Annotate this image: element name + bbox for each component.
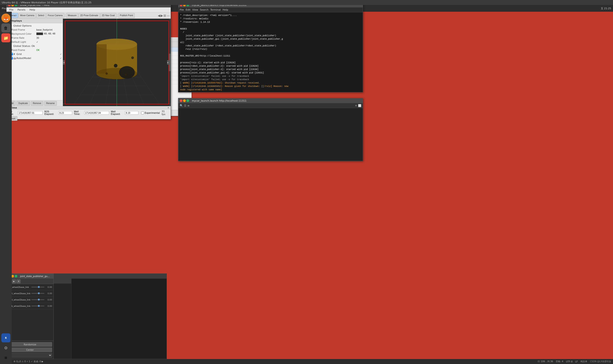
bg-color-value: 48; 48; 48 — [36, 32, 62, 35]
firefox-icon[interactable]: 🦊 — [1, 13, 10, 23]
term-menu-search[interactable]: Search — [200, 8, 208, 11]
default-light-value: ✓ — [36, 41, 62, 43]
ros-time-input[interactable] — [18, 111, 43, 115]
viewport-3d[interactable]: ◀ ▶ — [63, 19, 171, 106]
term2-list2-icon[interactable]: ≡ — [187, 104, 190, 107]
rviz-dock-icon[interactable]: R — [1, 333, 10, 342]
robot-svg — [87, 31, 146, 85]
jp-max-btn[interactable] — [15, 275, 17, 277]
term2-max-icon[interactable]: ⬜ — [358, 104, 361, 107]
svg-rect-18 — [96, 44, 107, 73]
term-menu-terminal[interactable]: Terminal — [210, 8, 221, 11]
global-status-label: Global Status: Ok — [13, 45, 62, 48]
global-options-label: Global Options — [13, 24, 62, 27]
trash-icon[interactable]: 🗑 — [1, 24, 10, 32]
statusbar-line-ending: LF — [575, 360, 578, 363]
wall-elapsed-input[interactable] — [125, 111, 138, 115]
joint-right-slider[interactable] — [31, 293, 44, 294]
grid-icon: # — [13, 53, 16, 55]
ros-time-field: ROS Time: — [7, 110, 43, 115]
term-menu-edit[interactable]: Edit — [186, 8, 190, 11]
jp-select[interactable]: 4 — [8, 353, 52, 357]
displays-content[interactable]: ▼ ⚙ Global Options Fixed Frame base_foot… — [7, 23, 63, 100]
global-options-item[interactable]: ▼ ⚙ Global Options — [7, 24, 62, 28]
viewport-scrollbar[interactable] — [169, 19, 171, 106]
joint-front-slider[interactable] — [31, 299, 44, 300]
time-row-1: ROS Time: ROS Elapsed: Wall Time: Wall E… — [7, 109, 171, 116]
select-btn[interactable]: Select — [36, 13, 46, 18]
svg-point-22 — [106, 72, 108, 75]
wall-elapsed-field: Wall Elapsed: — [111, 110, 139, 115]
apps-icon[interactable]: ⊞ — [1, 353, 10, 362]
term2-list-icon[interactable]: ☰ — [184, 104, 186, 107]
statusbar-encoding: UTF-8 — [566, 360, 572, 363]
terminal2-toolbar: 🔍 ☰ ≡ ✕ ⬜ — [178, 103, 363, 108]
rviz-toolbar: Interact Move Camera Select Focus Camera… — [7, 13, 171, 19]
term-line-5: / — [180, 31, 361, 34]
statusbar-git: ⚙ 0△0 ⚠ 0 ⚡ 1 ✓ 发成: 0 ▶ — [14, 360, 43, 363]
jp-tool-2[interactable]: ▶ — [12, 279, 16, 283]
viewport-right-arrow[interactable]: ▶ — [167, 60, 169, 65]
duplicate-btn[interactable]: Duplicate — [16, 101, 30, 106]
joint-right-value: 0.00 — [45, 292, 52, 295]
jp-body: left_wheel2base_link 0.00 right_wheel2ba… — [7, 284, 54, 340]
statusbar-csdn: CSDN @LX很爱吃饭 — [590, 360, 611, 363]
toolbar-icon1[interactable]: ◀ — [158, 14, 160, 17]
experimental-label: Experimental — [141, 112, 160, 115]
time-header: ▼ Time ✕ — [7, 106, 171, 109]
jp-tool-3[interactable]: ⏸ — [16, 279, 21, 283]
joint-publisher-window: joint_state_publisher_gu... ⚙ ▶ ⏸ left_w… — [6, 273, 54, 359]
wall-time-label: Wall Time: — [74, 110, 84, 115]
fps-display: 31 fps — [162, 110, 169, 116]
toolbar-icon3[interactable]: ⊞ — [163, 14, 166, 17]
terminal-body[interactable]: * /robot_description: <?xml version="1..… — [178, 13, 363, 92]
viewport-scrollbar-thumb[interactable] — [169, 54, 171, 71]
rviz-menu-panels[interactable]: Panels — [15, 8, 27, 12]
focus-camera-btn[interactable]: Focus Camera — [46, 13, 64, 18]
toolbar-icon4[interactable]: — — [167, 14, 170, 17]
move-camera-btn[interactable]: Move Camera — [18, 13, 36, 18]
term2-close-icon[interactable]: ✕ — [355, 104, 357, 107]
term-line-22: node registered with same name] — [180, 88, 361, 91]
ros-elapsed-input[interactable] — [59, 111, 72, 115]
randomize-btn[interactable]: Randomize — [8, 342, 52, 347]
term2-search-icon[interactable]: 🔍 — [180, 104, 183, 107]
joint-back-slider[interactable] — [31, 306, 44, 306]
nav-goal-btn[interactable]: 2D Nav Goal — [100, 13, 116, 18]
terminal2-max-btn[interactable] — [186, 99, 189, 102]
rviz-body: ▼ Displays ▼ ⚙ Global Options Fixed Fram… — [7, 19, 171, 106]
term-line-20: [ WARN] [1714191948.1635557592]: Shutdow… — [180, 81, 361, 85]
term-menu-view[interactable]: View — [192, 8, 198, 11]
publish-point-btn[interactable]: Publish Point — [118, 13, 135, 18]
time-close-btn[interactable]: ✕ — [167, 106, 169, 109]
toolbar-icon2[interactable]: ▶ — [161, 14, 163, 17]
grid-label: Grid — [16, 53, 60, 56]
files-icon[interactable]: 📁 — [1, 33, 10, 42]
grid-item[interactable]: # Grid ✓ — [7, 52, 62, 56]
vscode-editor[interactable] — [71, 279, 167, 359]
term-menu-help[interactable]: Help — [222, 8, 228, 11]
joint-left-value: 0.00 — [45, 286, 52, 288]
measure-btn[interactable]: Measure — [66, 13, 78, 18]
rviz-window: show_mycar.rviz* - RViz File Panels Help… — [6, 2, 171, 119]
term-menu-file[interactable]: File — [180, 8, 184, 11]
settings-dock-icon[interactable]: ⚙ — [1, 343, 10, 352]
global-fixed-frame-label: Fixed Frame — [12, 49, 36, 51]
terminal2-min-btn[interactable] — [183, 99, 186, 102]
center-btn[interactable]: Center — [8, 348, 52, 352]
rviz-menu-help[interactable]: Help — [28, 8, 37, 12]
rviz-menu-file[interactable]: File — [7, 8, 15, 12]
robot-model-item[interactable]: 🤖 RobotModel ✓ — [7, 56, 62, 60]
remove-btn[interactable]: Remove — [31, 101, 43, 106]
viewport-left-arrow[interactable]: ◀ — [63, 60, 65, 65]
bg-color-swatch[interactable] — [36, 32, 43, 35]
terminal2-close-btn[interactable] — [180, 99, 182, 102]
global-status-item[interactable]: ▼ ⚡ Global Status: Ok — [7, 44, 62, 48]
term-line-9: robot_state_publisher (robot_state_publi… — [180, 44, 361, 48]
terminal2-body[interactable] — [178, 108, 363, 161]
wall-time-input[interactable] — [84, 111, 109, 115]
rename-btn[interactable]: Rename — [44, 101, 57, 106]
experimental-checkbox[interactable] — [141, 112, 144, 115]
pose-estimate-btn[interactable]: 2D Pose Estimate — [79, 13, 100, 18]
joint-left-slider[interactable] — [31, 287, 44, 287]
